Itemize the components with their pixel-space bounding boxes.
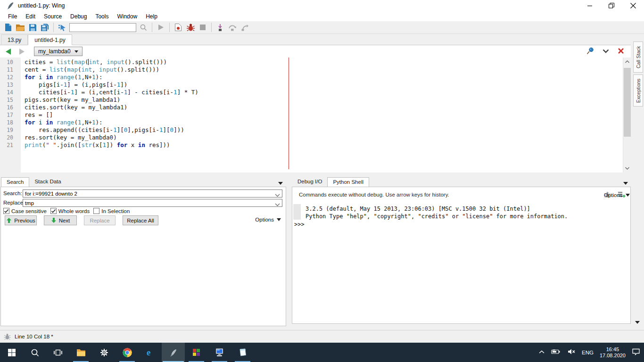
editor-tab-bar: 13.py untitled-1.py [0,34,644,45]
edge-button[interactable]: e [139,343,162,362]
menu-window[interactable]: Window [113,12,141,21]
line-number: 17 [0,111,13,119]
dock-tab-call-stack[interactable]: Call Stack [633,41,643,73]
toolbar-search-input[interactable] [69,23,136,32]
replace-all-button[interactable]: Replace All [123,215,158,225]
shell-prompt[interactable]: >>> [294,221,305,228]
menu-help[interactable]: Help [141,12,162,21]
symbol-selector-dropdown[interactable]: my_lambda0 [34,47,83,56]
save-button[interactable] [27,22,38,33]
dock-tab-exceptions[interactable]: Exceptions [633,74,643,107]
notepad-app-button[interactable] [231,343,254,362]
minimize-button[interactable] [579,0,601,11]
svg-text:e: e [147,348,150,357]
step-over-button[interactable] [227,22,238,33]
chrome-button[interactable] [116,343,139,362]
replace-input[interactable] [23,199,282,207]
step-out-button[interactable] [239,22,250,33]
search-magnifier-icon[interactable] [138,22,149,33]
code-lines: 10cities = list(map(int, input().split()… [0,58,198,149]
run-button[interactable] [155,22,166,33]
tray-chevron-up-icon[interactable] [538,349,545,356]
search-options-dropdown[interactable]: Options [255,217,281,222]
toolbar-separator [152,23,152,32]
replace-button[interactable]: Replace [84,215,116,225]
shell-options-dropdown[interactable]: Options [604,192,630,198]
line-number: 14 [0,89,13,96]
checkbox-case-sensitive[interactable]: Case sensitive [3,208,47,214]
battery-icon[interactable] [551,348,561,356]
debug-file-button[interactable] [173,22,184,33]
checkbox-in-selection[interactable]: In Selection [93,208,130,214]
search-input[interactable] [23,189,282,197]
menu-file[interactable]: File [4,12,21,21]
search-buttons-row: Previous Next Replace Replace All Option… [5,215,282,225]
language-indicator[interactable]: ENG [582,350,594,355]
menu-debug[interactable]: Debug [66,12,91,21]
save-all-button[interactable] [39,22,50,33]
checkbox-label: Whole words [58,208,90,214]
menu-edit[interactable]: Edit [21,12,40,21]
close-editor-icon[interactable] [618,48,624,56]
editor-vertical-scrollbar[interactable] [623,58,631,173]
goto-symbol-pointer-button[interactable] [57,22,68,33]
tab-untitled-1py[interactable]: untitled-1.py [28,34,72,45]
clock[interactable]: 16:45 17.08.2020 [600,346,626,359]
step-into-button[interactable] [215,22,226,33]
legacy-windows-app-button[interactable] [185,343,208,362]
search-panel-menu-icon[interactable] [278,180,283,186]
clock-date: 17.08.2020 [600,353,626,359]
tab-python-shell[interactable]: Python Shell [327,177,369,187]
start-button[interactable] [0,343,23,362]
line-number: 20 [0,134,13,141]
status-bug-icon[interactable] [4,333,11,340]
new-file-button[interactable] [2,22,14,33]
restore-button[interactable] [601,0,622,11]
previous-button[interactable]: Previous [5,215,37,225]
file-explorer-button[interactable] [69,343,92,362]
shell-panel-menu-icon[interactable] [623,180,628,186]
arrow-up-icon [6,217,12,223]
scroll-up-icon[interactable] [625,58,630,65]
next-button[interactable]: Next [44,215,77,225]
code-line: 17res = [] [0,111,198,119]
code-line: 10cities = list(map(int, input().split()… [0,58,198,66]
tab-stack-data[interactable]: Stack Data [29,177,66,187]
menu-source[interactable]: Source [40,12,66,21]
task-view-button[interactable] [46,343,69,362]
close-button[interactable] [622,0,644,11]
scroll-down-icon[interactable] [625,165,630,172]
wing-ide-window: untitled-1.py: Wing File Edit Source Deb… [0,0,644,362]
tab-search[interactable]: Search [1,177,29,187]
back-arrow-icon[interactable] [5,48,12,55]
right-margin-line [289,58,289,169]
speaker-muted-icon[interactable] [567,348,576,356]
tab-debug-io[interactable]: Debug I/O [292,177,327,187]
forward-arrow-icon[interactable] [18,48,25,55]
wing-ide-button[interactable] [162,343,185,362]
corner-menu-icon[interactable] [635,319,640,325]
chevron-down-icon [277,218,281,221]
search-dropdown-chevron-icon[interactable] [275,192,280,198]
replace-dropdown-chevron-icon[interactable] [275,201,280,208]
search-label: Search: [3,190,22,196]
action-center-icon[interactable] [632,348,640,357]
tab-13py[interactable]: 13.py [1,34,28,45]
toolbar-separator [211,23,212,32]
panel-chevron-down-icon[interactable] [603,48,609,55]
computer-app-button[interactable] [208,343,231,362]
debug-bug-button[interactable] [185,22,196,33]
scrollbar-thumb[interactable] [624,68,631,137]
code-editor[interactable]: 10cities = list(map(int, input().split()… [0,58,631,173]
notepad-app-icon [238,348,247,357]
pin-icon[interactable] [586,47,594,56]
taskbar-search-button[interactable] [23,343,46,362]
stop-button[interactable] [197,22,208,33]
settings-button[interactable] [92,343,116,362]
open-file-button[interactable] [15,22,26,33]
checkbox-label: Case sensitive [11,208,47,214]
menu-tools[interactable]: Tools [91,12,113,21]
toolbar-separator [169,23,170,32]
checkbox-whole-words[interactable]: Whole words [50,208,90,214]
legacy-windows-app-icon [192,348,201,357]
